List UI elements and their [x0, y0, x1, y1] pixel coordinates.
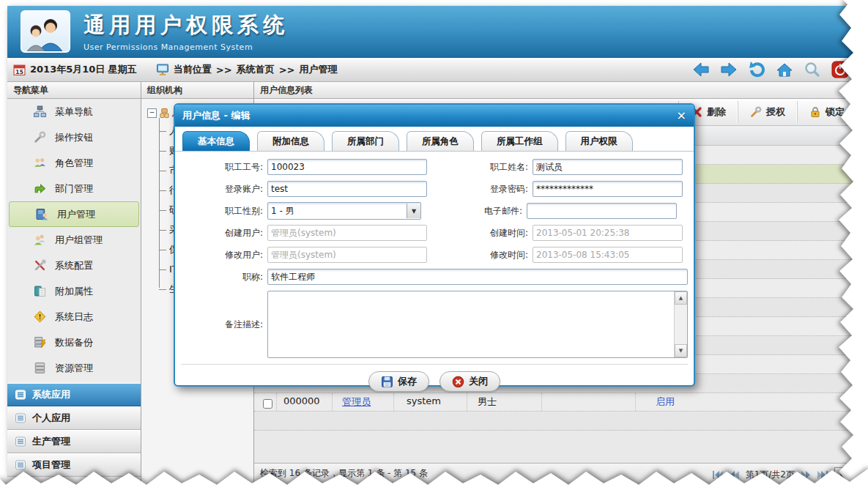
sidebar-item-label: 系统配置 — [55, 259, 93, 272]
accordion-label: 系统应用 — [32, 388, 70, 401]
field-label-employee-name: 职工姓名: — [427, 161, 533, 174]
scroll-down-icon[interactable]: ▼ — [675, 344, 687, 357]
page-size-select[interactable]: 15 — [834, 467, 853, 482]
chevron-down-icon[interactable]: ▼ — [407, 204, 420, 218]
close-button[interactable]: 关闭 — [439, 371, 500, 392]
database-icon — [34, 362, 46, 374]
login-account-field[interactable] — [267, 181, 427, 197]
forward-icon[interactable] — [720, 61, 738, 78]
two-users-logo-icon — [26, 18, 65, 51]
home-icon[interactable] — [776, 61, 793, 78]
save-button[interactable]: 保存 — [368, 371, 429, 392]
back-icon[interactable] — [692, 61, 710, 78]
book-page-icon — [34, 285, 46, 297]
warning-diamond-icon: ! — [34, 310, 46, 323]
field-label-modified-by: 修改用户: — [181, 249, 267, 261]
tab-roles[interactable]: 所属角色 — [407, 131, 474, 151]
next-page-icon[interactable] — [801, 470, 812, 480]
list-panel-icon — [15, 389, 26, 401]
remarks-textarea[interactable] — [267, 291, 688, 358]
employee-name-field[interactable] — [533, 159, 683, 175]
app-header: 通用用户权限系统 User Permissions Management Sys… — [7, 6, 859, 58]
app-title: 通用用户权限系统 — [84, 11, 289, 40]
accordion-production-management[interactable]: 生产管理 — [7, 430, 141, 453]
breadcrumb-bar: 15 2013年5月10日 星期五 当前位置 >> 系统首页 >> 用户管理 — [7, 58, 859, 82]
sidebar-item-user-group-management[interactable]: 用户组管理 — [7, 227, 141, 253]
dialog-close-icon[interactable]: ✕ — [677, 109, 686, 123]
cell-user-name-link[interactable]: 管理员 — [342, 395, 371, 409]
sidebar-item-role-management[interactable]: 角色管理 — [7, 150, 141, 176]
lock-button[interactable]: 锁定 — [797, 101, 856, 123]
sidebar-item-label: 资源管理 — [55, 362, 93, 375]
last-page-icon[interactable] — [817, 470, 828, 480]
accordion-personal-apps[interactable]: 个人应用 — [7, 406, 141, 430]
accordion-project-management[interactable]: 项目管理 — [7, 453, 141, 477]
created-time-field — [533, 225, 683, 241]
department-arrow-icon — [34, 182, 46, 195]
textarea-scrollbar[interactable]: ▲ ▼ — [674, 291, 687, 357]
sidebar-item-department-management[interactable]: 部门管理 — [7, 176, 141, 201]
gender-select[interactable]: 1 - 男 ▼ — [267, 202, 421, 220]
list-panel-icon — [15, 436, 26, 447]
sidebar-item-label: 系统日志 — [55, 310, 93, 324]
power-icon[interactable] — [831, 61, 849, 78]
sidebar-item-data-backup[interactable]: 数据备份 — [7, 330, 141, 355]
refresh-icon[interactable] — [748, 61, 765, 78]
prev-page-icon[interactable] — [729, 470, 740, 480]
tree-collapse-icon[interactable]: − — [147, 108, 157, 118]
sidebar-item-system-log[interactable]: ! 系统日志 — [7, 304, 141, 330]
employee-id-field[interactable] — [267, 159, 427, 175]
dialog-tabs: 基本信息 附加信息 所属部门 所属角色 所属工作组 用户权限 — [175, 127, 694, 152]
org-tree-title: 组织机构 — [141, 82, 253, 99]
user-info-dialog: 用户信息 - 编辑 ✕ 基本信息 附加信息 所属部门 所属角色 所属工作组 用户… — [174, 103, 695, 387]
sidebar-item-label: 用户管理 — [57, 208, 95, 221]
sidebar-item-label: 用户组管理 — [55, 234, 103, 247]
job-title-field[interactable] — [267, 269, 688, 285]
list-panel-icon — [15, 459, 26, 471]
field-label-job-title: 职称: — [181, 271, 267, 283]
row-checkbox[interactable] — [263, 399, 272, 409]
table-row-admin[interactable]: 000000 管理员 system 男士 启用 — [254, 393, 859, 412]
crumb-separator: >> — [279, 64, 295, 75]
list-panel-icon — [15, 412, 26, 424]
email-field[interactable] — [527, 203, 677, 219]
first-page-icon[interactable] — [712, 470, 723, 480]
authorize-wrench-icon — [750, 106, 762, 118]
login-password-field[interactable] — [533, 181, 683, 197]
accordion-system-apps[interactable]: 系统应用 — [7, 383, 141, 406]
field-label-employee-id: 职工工号: — [181, 161, 267, 174]
save-button-label: 保存 — [398, 375, 417, 388]
sidebar: 导航菜单 菜单导航 操作按钮 — [7, 82, 141, 489]
accordion-label: 个人应用 — [32, 412, 70, 425]
modified-time-field — [533, 247, 683, 263]
tab-workgroups[interactable]: 所属工作组 — [481, 131, 558, 151]
sidebar-item-menu-nav[interactable]: 菜单导航 — [7, 99, 141, 124]
screenshot-stage: 通用用户权限系统 User Permissions Management Sys… — [0, 0, 868, 495]
sidebar-item-system-config[interactable]: 系统配置 — [7, 253, 141, 278]
tab-basic-info[interactable]: 基本信息 — [182, 131, 250, 151]
svg-text:!: ! — [38, 313, 41, 321]
tab-departments[interactable]: 所属部门 — [332, 131, 399, 151]
crumb-home[interactable]: 系统首页 — [237, 63, 275, 76]
close-circle-icon — [452, 376, 464, 388]
sidebar-item-extra-attributes[interactable]: 附加属性 — [7, 278, 141, 304]
accordion-label: 生产管理 — [32, 435, 70, 448]
table-row[interactable] — [254, 412, 859, 431]
field-label-created-time: 创建时间: — [427, 227, 533, 239]
authorize-button[interactable]: 授权 — [738, 101, 797, 123]
search-icon[interactable] — [804, 61, 821, 78]
accordion-label: 项目管理 — [32, 458, 70, 472]
sidebar-item-user-management[interactable]: 用户管理 — [9, 201, 139, 227]
sidebar-item-label: 数据备份 — [55, 336, 93, 349]
sitemap-icon — [34, 105, 46, 118]
tab-extra-info[interactable]: 附加信息 — [257, 131, 324, 151]
cell-user-id: 000000 — [283, 395, 320, 406]
cell-status-link[interactable]: 启用 — [656, 395, 675, 409]
org-node-icon — [159, 108, 170, 119]
tab-user-permissions[interactable]: 用户权限 — [565, 131, 633, 151]
scroll-up-icon[interactable]: ▲ — [675, 291, 687, 305]
sidebar-item-label: 操作按钮 — [55, 131, 93, 144]
sidebar-item-resource-management[interactable]: 资源管理 — [7, 355, 141, 381]
sidebar-item-action-buttons[interactable]: 操作按钮 — [7, 124, 141, 150]
monitor-icon — [156, 64, 169, 76]
